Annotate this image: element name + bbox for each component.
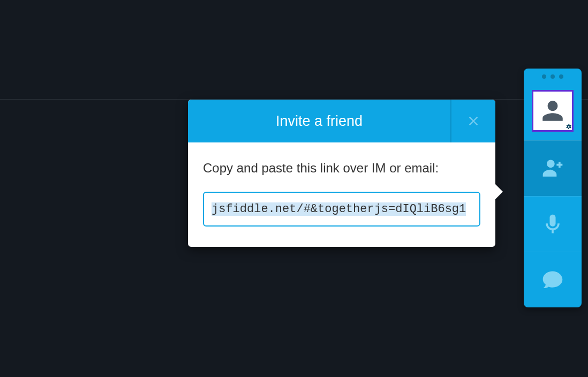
invite-friend-modal: Invite a friend Copy and paste this link… (188, 100, 495, 247)
modal-title: Invite a friend (188, 100, 450, 142)
chat-icon (541, 268, 564, 292)
modal-close-button[interactable] (450, 100, 495, 142)
dot-icon (551, 74, 555, 79)
invite-link-field[interactable]: jsfiddle.net/#&togetherjs=dIQliB6sg1 (203, 192, 480, 227)
person-icon (539, 97, 566, 124)
user-avatar-section (524, 85, 582, 140)
sidebar-item-mic[interactable] (524, 196, 582, 252)
microphone-icon (541, 213, 564, 236)
gear-icon (564, 122, 574, 132)
avatar[interactable] (532, 90, 574, 132)
avatar-settings-button[interactable] (563, 122, 574, 132)
dot-icon (542, 74, 546, 79)
modal-body: Copy and paste this link over IM or emai… (188, 142, 495, 247)
person-plus-icon (541, 157, 564, 180)
modal-header: Invite a friend (188, 100, 495, 142)
dot-icon (559, 74, 563, 79)
invite-link-text: jsfiddle.net/#&togetherjs=dIQliB6sg1 (212, 202, 466, 216)
modal-instructions: Copy and paste this link over IM or emai… (203, 161, 480, 176)
sidebar-drag-handle[interactable] (524, 69, 582, 85)
close-icon (466, 114, 481, 129)
sidebar-item-chat[interactable] (524, 252, 582, 307)
collaboration-sidebar (524, 69, 582, 307)
popover-arrow (494, 183, 503, 200)
sidebar-item-add-friend[interactable] (524, 140, 582, 196)
